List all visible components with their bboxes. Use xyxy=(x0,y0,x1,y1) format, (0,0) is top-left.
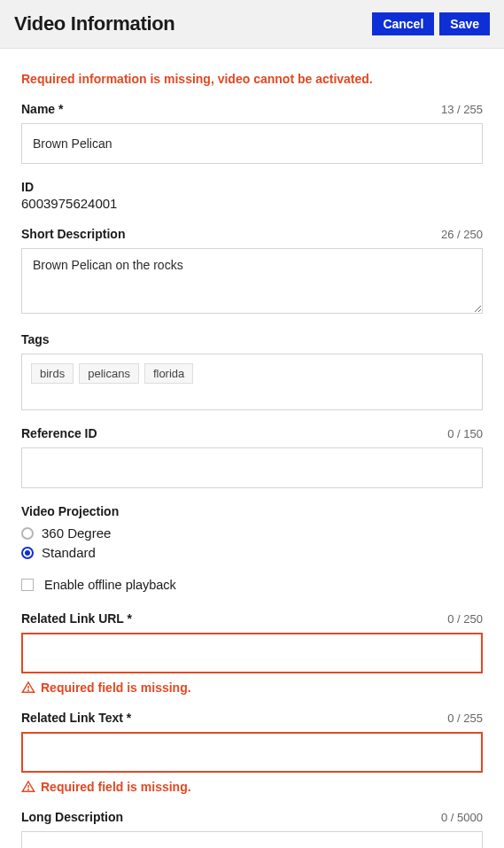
id-label: ID xyxy=(21,180,483,194)
field-long-description: Long Description 0 / 5000 xyxy=(21,810,483,848)
field-short-description: Short Description 26 / 250 xyxy=(21,227,483,316)
form-body: Required information is missing, video c… xyxy=(0,49,504,848)
short-description-label: Short Description xyxy=(21,227,125,241)
reference-id-count: 0 / 150 xyxy=(447,427,483,440)
radio-standard[interactable]: Standard xyxy=(21,545,483,560)
radio-dot-icon xyxy=(21,547,34,559)
related-link-text-error-text: Required field is missing. xyxy=(41,780,191,794)
tags-input[interactable]: birds pelicans florida xyxy=(21,354,483,410)
field-related-link-text: Related Link Text * 0 / 255 Required fie… xyxy=(21,711,483,794)
header-actions: Cancel Save xyxy=(372,12,490,35)
warning-icon xyxy=(21,681,35,695)
related-link-url-label: Related Link URL * xyxy=(21,611,132,626)
checkbox-box-icon xyxy=(21,579,34,591)
svg-point-1 xyxy=(28,690,29,691)
long-description-input[interactable] xyxy=(21,831,483,848)
related-link-text-label: Related Link Text * xyxy=(21,711,131,725)
related-link-text-error: Required field is missing. xyxy=(21,780,483,794)
name-label: Name * xyxy=(21,102,63,116)
tag-item[interactable]: florida xyxy=(144,363,193,384)
radio-360-label: 360 Degree xyxy=(42,525,111,541)
short-description-count: 26 / 250 xyxy=(441,228,483,241)
reference-id-input[interactable] xyxy=(21,447,483,488)
name-count: 13 / 255 xyxy=(441,103,483,116)
reference-id-label: Reference ID xyxy=(21,426,97,440)
checkbox-offline-playback[interactable]: Enable offline playback xyxy=(21,578,483,592)
radio-standard-label: Standard xyxy=(42,545,96,560)
page-header: Video Information Cancel Save xyxy=(0,0,504,49)
tag-item[interactable]: birds xyxy=(31,363,74,384)
related-link-text-count: 0 / 255 xyxy=(447,712,483,725)
warning-icon xyxy=(21,780,35,794)
related-link-url-input[interactable] xyxy=(21,633,483,673)
tag-item[interactable]: pelicans xyxy=(79,363,139,384)
cancel-button[interactable]: Cancel xyxy=(372,12,434,35)
field-name: Name * 13 / 255 xyxy=(21,102,483,164)
field-tags: Tags birds pelicans florida xyxy=(21,332,483,410)
field-id: ID 6003975624001 xyxy=(21,180,483,211)
tags-label: Tags xyxy=(21,332,483,346)
related-link-url-count: 0 / 250 xyxy=(447,612,483,626)
error-banner: Required information is missing, video c… xyxy=(21,72,483,86)
save-button[interactable]: Save xyxy=(439,12,490,35)
page-title: Video Information xyxy=(14,12,175,35)
radio-360-degree[interactable]: 360 Degree xyxy=(21,525,483,541)
field-related-link-url: Related Link URL * 0 / 250 Required fiel… xyxy=(21,611,483,695)
offline-playback-label: Enable offline playback xyxy=(44,578,176,592)
related-link-text-input[interactable] xyxy=(21,732,483,773)
related-link-url-error-text: Required field is missing. xyxy=(41,681,191,695)
svg-point-3 xyxy=(28,790,29,790)
short-description-input[interactable] xyxy=(21,248,483,314)
field-reference-id: Reference ID 0 / 150 xyxy=(21,426,483,488)
long-description-label: Long Description xyxy=(21,810,123,824)
video-projection-label: Video Projection xyxy=(21,504,483,518)
radio-dot-icon xyxy=(21,527,34,540)
name-input[interactable] xyxy=(21,123,483,164)
field-video-projection: Video Projection 360 Degree Standard xyxy=(21,504,483,560)
related-link-url-error: Required field is missing. xyxy=(21,681,483,695)
id-value: 6003975624001 xyxy=(21,196,483,211)
long-description-count: 0 / 5000 xyxy=(441,811,483,824)
